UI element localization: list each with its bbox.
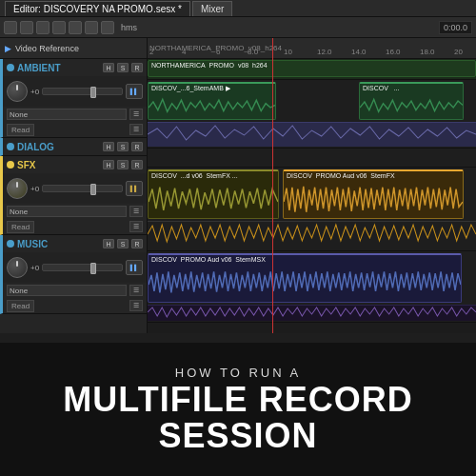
timeline-ruler: NORTHAMERICA_PROMO_v08_h264 2 4 6 8.0 10… — [148, 38, 476, 59]
ruler-mark-6: 6 — [216, 48, 220, 56]
sfx-clip-1[interactable]: DISCOV_...d v06_StemFX ... — [148, 169, 279, 219]
ambient-r-btn[interactable]: R — [131, 63, 143, 72]
sfx-color — [7, 161, 14, 169]
music-r-btn[interactable]: R — [131, 239, 143, 248]
ambient-clip-2-label: DISCOV_ ... — [363, 85, 400, 91]
daw-main: ▶ Video Reference AMBIENT H S R +0 — [0, 38, 476, 333]
ambient-label-row: AMBIENT H S R — [3, 59, 147, 76]
sfx-clip-1-label: DISCOV_...d v06_StemFX ... — [151, 172, 238, 179]
ambient-knob[interactable] — [7, 81, 28, 102]
track-dialog: DIALOG H S R — [0, 138, 147, 156]
ambient-vol-value: +0 — [30, 88, 39, 96]
editor-tab[interactable]: Editor: DISCOVERY NA PROMO.sesx * — [5, 1, 190, 16]
toolbar: hms 0:00.0 — [0, 17, 476, 38]
toolbar-btn-6[interactable] — [85, 21, 98, 34]
sfx-fader[interactable] — [42, 185, 123, 192]
sfx-meter: ▌▌ — [126, 181, 143, 196]
music-read-btn[interactable]: Read — [7, 300, 34, 312]
music-controls: +0 ▌▌ — [3, 252, 147, 283]
ambient-clip-row: DISCOV_...6_StemAMB ▶ DISCOV_ ... — [148, 80, 476, 149]
ambient-clip-2[interactable]: DISCOV_ ... — [359, 82, 464, 120]
ambient-read-row: Read ☰ — [3, 122, 147, 137]
track-ambient: AMBIENT H S R +0 ▌▌ None — [0, 59, 147, 138]
music-io-none: None ☰ — [3, 283, 147, 298]
ambient-input-select[interactable]: None — [7, 109, 127, 120]
ambient-expand-btn[interactable]: ☰ — [129, 124, 143, 135]
toolbar-btn-4[interactable] — [52, 21, 66, 34]
ambient-color — [7, 64, 14, 71]
music-expand-btn[interactable]: ☰ — [129, 300, 143, 311]
overlay-title-line2: SESSION — [63, 418, 412, 454]
toolbar-btn-5[interactable] — [69, 21, 82, 34]
sfx-clip-2-label: DISCOV_PROMO Aud v06_StemFX — [287, 172, 395, 179]
sfx-io-none: None ☰ — [3, 204, 147, 219]
ruler-mark-2: 2 — [149, 48, 153, 56]
overlay-subtitle: HOW TO RUN A — [63, 366, 412, 380]
ruler-mark-20: 20 — [454, 48, 463, 56]
sfx-r-btn[interactable]: R — [131, 160, 143, 169]
dialog-name: DIALOG — [17, 142, 100, 152]
sfx-knob[interactable] — [7, 178, 28, 199]
title-bar: Editor: DISCOVERY NA PROMO.sesx * Mixer — [0, 0, 476, 17]
music-fader[interactable] — [42, 264, 123, 271]
video-clip[interactable]: NORTHAMERICA_PROMO_v08_h264 — [148, 60, 476, 77]
time-format-label: hms — [121, 23, 137, 32]
track-music: MUSIC H S R +0 ▌▌ None — [0, 235, 147, 314]
toolbar-btn-3[interactable] — [36, 21, 50, 34]
sfx-s-btn[interactable]: S — [117, 160, 129, 169]
sfx-clip-row: DISCOV_...d v06_StemFX ... DISCOV_PROMO … — [148, 168, 476, 251]
music-label-row: MUSIC H S R — [3, 235, 147, 252]
music-name: MUSIC — [17, 239, 100, 249]
dialog-clip-row — [148, 149, 476, 168]
music-input-select[interactable]: None — [7, 285, 127, 296]
dialog-s-btn[interactable]: S — [117, 142, 129, 151]
sfx-io-btn[interactable]: ☰ — [129, 206, 143, 217]
sfx-expand-btn[interactable]: ☰ — [129, 221, 143, 232]
music-s-btn[interactable]: S — [117, 239, 129, 248]
music-clip-1-label: DISCOV_PROMO Aud v06_StemMSX — [151, 256, 266, 263]
dialog-r-btn[interactable]: R — [131, 142, 143, 151]
ambient-h-btn[interactable]: H — [103, 63, 114, 72]
ambient-meter: ▌▌ — [126, 84, 143, 99]
sfx-clip-2[interactable]: DISCOV_PROMO Aud v06_StemFX — [283, 169, 464, 219]
music-read-row: Read ☰ — [3, 298, 147, 313]
sfx-read-row: Read ☰ — [3, 219, 147, 234]
mixer-tab[interactable]: Mixer — [192, 1, 232, 16]
sfx-h-btn[interactable]: H — [103, 160, 114, 169]
app-container: Editor: DISCOVERY NA PROMO.sesx * Mixer … — [0, 0, 476, 476]
toolbar-btn-2[interactable] — [20, 21, 33, 34]
ruler-mark-18: 18.0 — [420, 48, 435, 56]
ambient-read-btn[interactable]: Read — [7, 124, 34, 136]
sfx-label-row: SFX H S R — [3, 156, 147, 173]
title-block: HOW TO RUN A MULTIFILE RECORD SESSION — [44, 356, 431, 464]
sfx-vol-value: +0 — [30, 185, 39, 193]
music-io-btn[interactable]: ☰ — [129, 285, 143, 296]
music-h-btn[interactable]: H — [103, 239, 114, 248]
sfx-input-select[interactable]: None — [7, 206, 127, 217]
ruler-mark-8: 8.0 — [248, 48, 258, 56]
toolbar-btn-7[interactable] — [101, 21, 114, 34]
music-color — [7, 240, 14, 248]
ambient-clip-1[interactable]: DISCOV_...6_StemAMB ▶ — [148, 82, 276, 120]
sfx-read-btn[interactable]: Read — [7, 221, 34, 233]
music-meter: ▌▌ — [126, 260, 143, 275]
ambient-sub-clip — [148, 122, 476, 147]
dialog-color — [7, 143, 14, 150]
music-knob[interactable] — [7, 257, 28, 278]
track-list: ▶ Video Reference AMBIENT H S R +0 — [0, 38, 148, 333]
ambient-clip-1-label: DISCOV_...6_StemAMB ▶ — [151, 85, 230, 92]
ambient-io-btn[interactable]: ☰ — [129, 109, 143, 120]
ambient-io-none: None ☰ — [3, 107, 147, 122]
dialog-h-btn[interactable]: H — [103, 142, 114, 151]
clip-rows: NORTHAMERICA_PROMO_v08_h264 DISCOV_...6_… — [148, 59, 476, 323]
video-reference-row: ▶ Video Reference — [0, 38, 147, 59]
ambient-fader[interactable] — [42, 88, 123, 95]
ambient-s-btn[interactable]: S — [117, 63, 129, 72]
music-clip-1[interactable]: DISCOV_PROMO Aud v06_StemMSX — [148, 253, 462, 303]
ruler-mark-10: 10 — [284, 48, 292, 56]
daw-area: Editor: DISCOVERY NA PROMO.sesx * Mixer … — [0, 0, 476, 343]
toolbar-btn-1[interactable] — [4, 21, 17, 34]
video-clip-row: NORTHAMERICA_PROMO_v08_h264 — [148, 59, 476, 80]
sfx-sub-clip — [148, 221, 476, 248]
sfx-controls: +0 ▌▌ — [3, 173, 147, 204]
